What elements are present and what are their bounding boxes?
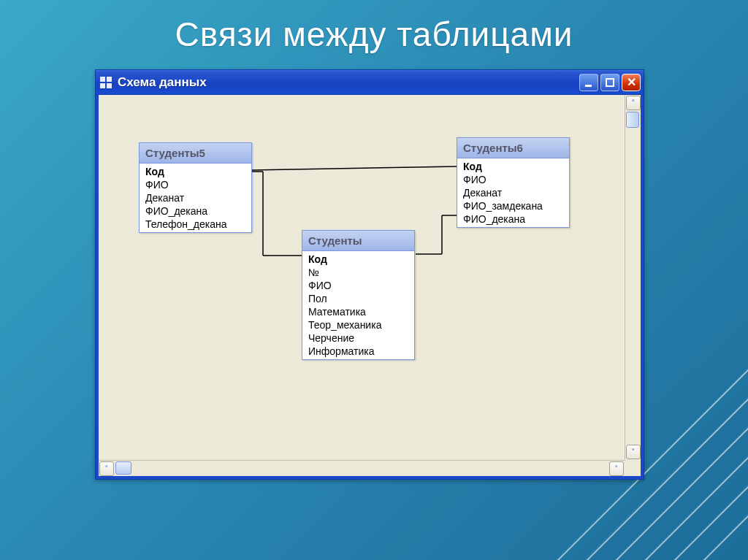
entity-header[interactable]: Студенты — [302, 231, 414, 251]
entity-field[interactable]: ФИО — [457, 173, 569, 186]
entity-field[interactable]: Код — [457, 160, 569, 173]
svg-line-8 — [252, 166, 457, 170]
close-button[interactable]: ✕ — [622, 74, 641, 91]
scrollbar-corner — [625, 460, 641, 476]
scroll-up-button[interactable]: ˄ — [626, 96, 641, 110]
chevron-left-icon: ˂ — [104, 464, 109, 474]
chevron-right-icon: ˃ — [614, 464, 619, 474]
entity-field[interactable]: Код — [302, 253, 414, 266]
scroll-right-button[interactable]: ˃ — [609, 461, 624, 476]
svg-rect-6 — [585, 85, 592, 87]
window-title: Схема данных — [118, 75, 579, 90]
entity-students5[interactable]: Студенты5 Код ФИО Деканат ФИО_декана Тел… — [139, 142, 252, 233]
chevron-up-icon: ˄ — [631, 99, 636, 108]
entity-field[interactable]: Черчение — [302, 331, 414, 345]
entity-field[interactable]: Математика — [302, 305, 414, 318]
scroll-left-button[interactable]: ˂ — [99, 461, 114, 476]
entity-students[interactable]: Студенты Код № ФИО Пол Математика Теор_м… — [302, 230, 415, 360]
relationships-canvas[interactable]: Студенты5 Код ФИО Деканат ФИО_декана Тел… — [99, 95, 625, 460]
entity-field[interactable]: ФИО — [140, 178, 251, 191]
entity-field[interactable]: ФИО — [302, 279, 414, 292]
entity-field[interactable]: Телефон_декана — [140, 218, 251, 231]
scroll-thumb[interactable] — [115, 461, 131, 475]
horizontal-scrollbar[interactable]: ˂ ˃ — [99, 460, 625, 476]
entity-field[interactable]: ФИО_декана — [457, 212, 569, 226]
minimize-button[interactable] — [579, 74, 598, 91]
entity-field[interactable]: ФИО_декана — [140, 204, 251, 218]
entity-field[interactable]: Деканат — [457, 186, 569, 199]
scroll-down-button[interactable]: ˅ — [626, 445, 641, 459]
chevron-down-icon: ˅ — [631, 448, 636, 457]
slide-title: Связи между таблицами — [0, 0, 748, 67]
window-titlebar[interactable]: Схема данных ✕ — [96, 70, 644, 95]
app-icon — [100, 77, 113, 88]
svg-line-4 — [646, 458, 748, 560]
entity-students6[interactable]: Студенты6 Код ФИО Деканат ФИО_замдекана … — [457, 137, 570, 228]
entity-header[interactable]: Студенты6 — [457, 138, 569, 158]
svg-line-5 — [675, 487, 748, 560]
scroll-thumb[interactable] — [626, 112, 639, 128]
entity-field[interactable]: Пол — [302, 292, 414, 305]
close-icon: ✕ — [627, 77, 636, 88]
relationships-window: Схема данных ✕ — [95, 69, 644, 480]
maximize-button[interactable] — [600, 74, 619, 91]
svg-rect-7 — [606, 79, 614, 86]
entity-field[interactable]: Деканат — [140, 191, 251, 204]
entity-field[interactable]: Информатика — [302, 345, 414, 358]
entity-header[interactable]: Студенты5 — [140, 143, 251, 164]
entity-field[interactable]: № — [302, 266, 414, 279]
vertical-scrollbar[interactable]: ˄ ˅ — [625, 95, 641, 460]
entity-field[interactable]: Код — [140, 165, 251, 178]
entity-field[interactable]: Теор_механика — [302, 318, 414, 331]
entity-field[interactable]: ФИО_замдекана — [457, 199, 569, 212]
window-client-area: Студенты5 Код ФИО Деканат ФИО_декана Тел… — [96, 95, 644, 479]
